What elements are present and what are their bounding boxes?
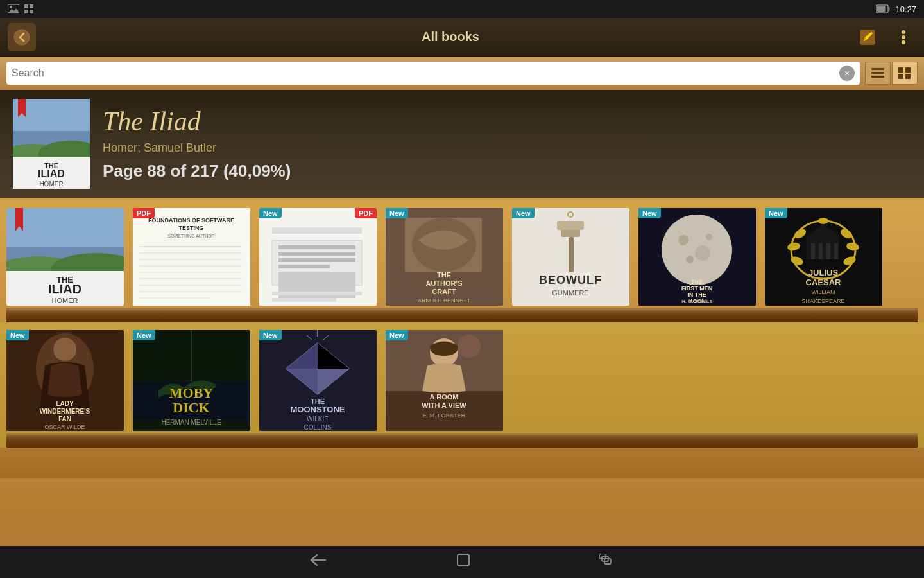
nav-bar (0, 546, 924, 578)
battery-icon (876, 4, 890, 13)
new-badge-authors: New (386, 208, 408, 218)
current-book-info: The Iliad Homer; Samuel Butler Page 88 o… (103, 107, 911, 181)
svg-point-12 (902, 35, 905, 39)
svg-point-78 (678, 235, 689, 245)
clear-search-button[interactable]: × (839, 66, 855, 81)
shelf-row-1: THE ILIAD HOMER PDF FOUNDATIONS OF SOFTW… (0, 200, 924, 322)
pdf-doc-cover (259, 208, 377, 306)
new-badge-moby: New (133, 330, 155, 340)
svg-text:JULIUS: JULIUS (809, 268, 839, 277)
book-moby-dick[interactable]: New MOBY DICK HERMAN MELVILLE (133, 330, 250, 431)
svg-text:AUTHOR'S: AUTHOR'S (425, 279, 462, 287)
search-input[interactable] (12, 67, 839, 79)
svg-text:FAN: FAN (58, 416, 71, 423)
svg-point-13 (902, 40, 905, 44)
svg-text:ARNOLD BENNETT: ARNOLD BENNETT (418, 297, 471, 304)
svg-rect-8 (877, 6, 886, 12)
toolbar-title: All books (46, 30, 855, 44)
svg-rect-14 (871, 68, 884, 70)
svg-text:CRAFT: CRAFT (432, 288, 456, 295)
svg-text:HOMER: HOMER (39, 180, 63, 188)
svg-rect-60 (272, 292, 362, 295)
back-icon (13, 29, 30, 46)
shelf-books-1: THE ILIAD HOMER PDF FOUNDATIONS OF SOFTW… (6, 208, 918, 311)
current-book-cover: THE ILIAD HOMER (13, 99, 90, 189)
svg-text:HOMER: HOMER (52, 297, 78, 304)
book-beowulf[interactable]: New BEOWULF GUMMERE (512, 208, 629, 306)
svg-rect-100 (826, 243, 830, 259)
svg-text:BEOWULF: BEOWULF (539, 274, 602, 286)
svg-rect-57 (278, 258, 355, 262)
svg-text:WILLIAM: WILLIAM (811, 289, 835, 295)
menu-button[interactable] (891, 24, 916, 50)
room-with-view-cover: A ROOM WITH A VIEW E. M. FORSTER (386, 330, 503, 431)
first-men-author: H. G. WELLS (638, 299, 756, 304)
new-badge-first-men: New (638, 208, 661, 218)
current-book-author: Homer; Samuel Butler (103, 141, 911, 155)
status-icons-left (8, 4, 35, 13)
svg-text:DICK: DICK (173, 399, 209, 416)
svg-text:WITH A VIEW: WITH A VIEW (422, 401, 466, 409)
book-pdf-doc[interactable]: New PDF (259, 208, 377, 306)
back-button[interactable] (8, 23, 36, 51)
book-first-men[interactable]: New THE FIRST MEN IN THE MOON H. G. WELL… (638, 208, 756, 306)
foundations-cover: FOUNDATIONS OF SOFTWARE TESTING SOMETHIN… (133, 208, 250, 306)
svg-text:CAESAR: CAESAR (806, 277, 842, 287)
list-view-button[interactable] (865, 62, 891, 85)
edit-icon (859, 28, 877, 46)
book-room-with-a-view[interactable]: New A ROOM WITH A VIEW E. M. FORSTER (386, 330, 503, 431)
svg-rect-99 (819, 243, 823, 259)
authors-craft-cover: THE AUTHOR'S CRAFT ARNOLD BENNETT (386, 208, 503, 306)
new-badge-lady: New (6, 330, 29, 340)
iliad-cover: THE ILIAD HOMER (6, 208, 124, 306)
new-badge-room: New (386, 330, 408, 340)
svg-rect-71 (569, 237, 574, 272)
grid-view-button[interactable] (892, 62, 918, 85)
svg-text:IN THE: IN THE (687, 292, 706, 298)
book-lady-windermere[interactable]: New LADY WINDERMERE'S FAN OSCAR WILDE (6, 330, 124, 431)
svg-point-108 (53, 338, 76, 361)
current-book-banner[interactable]: THE ILIAD HOMER The Iliad Homer; Samuel … (0, 90, 924, 198)
svg-rect-61 (272, 298, 336, 302)
lady-windermere-cover: LADY WINDERMERE'S FAN OSCAR WILDE (6, 330, 124, 431)
nav-home-button[interactable] (456, 552, 471, 572)
svg-text:TESTING: TESTING (178, 225, 203, 231)
nav-recent-icon (599, 554, 615, 566)
edit-button[interactable] (855, 24, 880, 50)
nav-recent-button[interactable] (599, 554, 615, 570)
svg-rect-16 (871, 76, 884, 78)
book-iliad[interactable]: THE ILIAD HOMER (6, 208, 124, 306)
book-moonstone[interactable]: New THE MOONSTONE WILKIE COLLI (259, 330, 377, 431)
book-foundations[interactable]: PDF FOUNDATIONS OF SOFTWARE TESTING SOME… (133, 208, 250, 306)
svg-rect-18 (905, 67, 911, 73)
svg-rect-55 (278, 245, 355, 249)
svg-point-80 (686, 256, 694, 263)
book-julius-caesar[interactable]: New (765, 208, 882, 306)
nav-home-icon (456, 552, 471, 568)
status-icons-right: 10:27 (876, 4, 916, 14)
status-bar: 10:27 (0, 0, 924, 18)
shelf-books-2: New LADY WINDERMERE'S FAN OSCAR WILDE (6, 330, 918, 436)
new-badge-beowulf: New (512, 208, 535, 218)
shelf-plank-2 (6, 434, 918, 448)
svg-text:LADY: LADY (56, 400, 74, 407)
svg-rect-53 (272, 227, 362, 234)
svg-text:WINDERMERE'S: WINDERMERE'S (40, 408, 90, 415)
svg-point-11 (902, 30, 905, 34)
empty-shelf-area (0, 448, 924, 478)
current-book-cover-image: THE ILIAD HOMER (13, 99, 90, 189)
toolbar-left (8, 23, 46, 51)
svg-text:A ROOM: A ROOM (430, 393, 459, 401)
first-men-cover: THE FIRST MEN IN THE MOON H. G. WELLS (638, 208, 756, 306)
pdf-badge-2: PDF (355, 208, 377, 218)
current-book-title: The Iliad (103, 107, 911, 136)
svg-point-135 (458, 335, 481, 358)
svg-text:THE: THE (691, 279, 703, 285)
svg-text:HERMAN MELVILLE: HERMAN MELVILLE (161, 419, 221, 426)
nav-back-button[interactable] (309, 553, 327, 571)
svg-text:OSCAR WILDE: OSCAR WILDE (44, 424, 85, 430)
toolbar-right (855, 24, 916, 50)
book-authors-craft[interactable]: New THE AUTHOR'S CRAFT ARNOLD BENNETT (386, 208, 503, 306)
svg-point-1 (10, 6, 12, 8)
grid-icon (24, 4, 35, 13)
